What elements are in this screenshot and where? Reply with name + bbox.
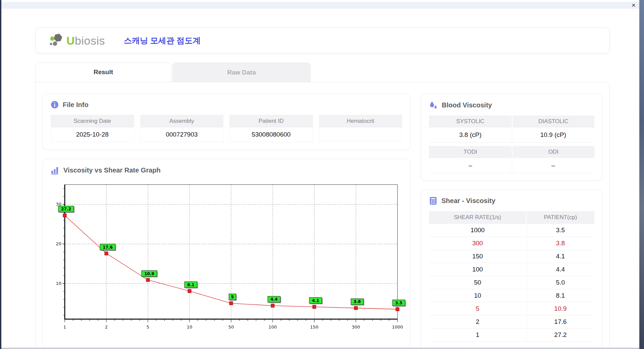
bar-chart-icon xyxy=(51,166,59,174)
window-border-left xyxy=(0,0,1,349)
calculator-icon xyxy=(429,197,437,205)
shear-table-row: 127.2 xyxy=(429,329,594,342)
app-page: Ubiosis 스캐닝 모세관 점도계 Result Raw Data xyxy=(35,28,610,349)
shear-table-row: 217.6 xyxy=(429,315,594,329)
shear-rate-cell: 300 xyxy=(429,237,526,250)
svg-text:10.9: 10.9 xyxy=(144,271,154,276)
svg-text:150: 150 xyxy=(310,325,319,330)
logo-text: Ubiosis xyxy=(66,34,105,47)
shear-table-body: 10003.53003.81504.11004.4505.0108.1510.9… xyxy=(429,224,594,342)
app-title: 스캐닝 모세관 점도계 xyxy=(124,35,201,46)
shear-rate-cell: 2 xyxy=(429,315,526,329)
svg-text:10: 10 xyxy=(187,325,193,330)
svg-text:20: 20 xyxy=(56,241,61,246)
patient-cp-cell: 8.1 xyxy=(526,289,594,302)
ubiosis-logo: Ubiosis xyxy=(49,33,105,49)
blood-viscosity-heading: Blood Viscosity xyxy=(429,101,594,109)
patient-cp-cell: 10.9 xyxy=(526,302,594,315)
col-shear-rate: SHEAR RATE(1/s) xyxy=(429,211,526,224)
field-label: Scanning Date xyxy=(51,115,134,128)
shear-rate-cell: 50 xyxy=(429,276,526,289)
close-icon[interactable]: ✕ xyxy=(631,2,637,8)
logo-text-rest: biosis xyxy=(75,34,105,47)
tab-result[interactable]: Result xyxy=(35,62,171,82)
shear-viscosity-heading: Shear - Viscosity xyxy=(429,197,594,205)
patient-cp-cell: 4.1 xyxy=(526,250,594,263)
field-label: Hematocrit xyxy=(319,115,402,128)
shear-rate-cell: 1000 xyxy=(429,224,526,237)
shear-rate-cell: 10 xyxy=(429,289,526,302)
col-patient: PATIENT(cp) xyxy=(526,211,594,224)
shear-rate-cell: 150 xyxy=(429,250,526,263)
hexagon-logo-icon xyxy=(49,33,64,49)
shear-table-row: 1504.1 xyxy=(429,250,594,263)
patient-cp-cell: 3.8 xyxy=(526,237,594,250)
file-info-field: Hematocrit xyxy=(319,115,402,142)
patient-cp-cell: 5.0 xyxy=(526,276,594,289)
diastolic-label: DIASTOLIC xyxy=(512,115,595,128)
blood-viscosity-row-gap xyxy=(429,143,594,146)
diastolic-value: 10.9 (cP) xyxy=(512,128,595,143)
svg-text:8.1: 8.1 xyxy=(187,283,194,287)
blood-viscosity-title: Blood Viscosity xyxy=(442,101,492,109)
systolic-value: 3.8 (cP) xyxy=(429,128,512,143)
svg-text:10: 10 xyxy=(56,281,61,286)
svg-text:1000: 1000 xyxy=(392,325,403,330)
shear-viscosity-table: SHEAR RATE(1/s) PATIENT(cp) 10003.53003.… xyxy=(429,211,594,342)
shear-table-row: 505.0 xyxy=(429,276,594,289)
window-border-bottom xyxy=(1,348,639,349)
shear-viscosity-panel: Shear - Viscosity SHEAR RATE(1/s) PATIEN… xyxy=(421,190,603,349)
svg-text:1: 1 xyxy=(63,325,66,330)
svg-text:17.6: 17.6 xyxy=(103,245,113,250)
todi-label: TODI xyxy=(429,146,512,158)
field-label: Assembly xyxy=(140,115,224,128)
info-icon xyxy=(51,101,59,109)
field-value: 000727903 xyxy=(140,128,224,142)
left-column: File Info Scanning Date2025-10-28Assembl… xyxy=(42,94,411,349)
svg-text:50: 50 xyxy=(228,325,234,330)
shear-table-row: 1004.4 xyxy=(429,263,594,276)
svg-text:5: 5 xyxy=(147,325,149,330)
svg-text:4.1: 4.1 xyxy=(312,298,319,303)
shear-table-row: 10003.5 xyxy=(429,224,594,237)
patient-cp-cell: 17.6 xyxy=(526,315,594,329)
shear-table-row: 510.9 xyxy=(429,302,594,315)
header-card: Ubiosis 스캐닝 모세관 점도계 xyxy=(35,28,610,54)
viscosity-chart: 1020301251050100150300100027.217.610.98.… xyxy=(51,181,402,341)
svg-text:2: 2 xyxy=(105,325,108,330)
graph-panel: Viscosity vs Shear Rate Graph 1020301251… xyxy=(42,159,411,349)
tab-bar: Result Raw Data xyxy=(35,62,610,82)
svg-text:27.2: 27.2 xyxy=(61,207,71,211)
todi-value: – xyxy=(429,158,512,173)
shear-table-row: 3003.8 xyxy=(429,237,594,250)
file-info-field: Patient ID53008080600 xyxy=(229,115,313,142)
shear-table-row: 108.1 xyxy=(429,289,594,302)
graph-title: Viscosity vs Shear Rate Graph xyxy=(63,166,161,174)
window-titlebar: ✕ xyxy=(1,2,639,9)
shear-rate-cell: 5 xyxy=(429,302,526,315)
tab-raw-data[interactable]: Raw Data xyxy=(172,62,311,82)
file-info-heading: File Info xyxy=(51,101,402,109)
blood-viscosity-grid: SYSTOLIC DIASTOLIC 3.8 (cP) 10.9 (cP) TO… xyxy=(429,115,594,173)
file-info-panel: File Info Scanning Date2025-10-28Assembl… xyxy=(42,94,411,150)
svg-text:100: 100 xyxy=(269,325,277,330)
blood-viscosity-panel: Blood Viscosity SYSTOLIC DIASTOLIC 3.8 (… xyxy=(421,94,603,181)
shear-rate-cell: 100 xyxy=(429,263,526,276)
result-content: File Info Scanning Date2025-10-28Assembl… xyxy=(35,82,610,349)
shear-rate-cell: 1 xyxy=(429,329,526,342)
systolic-label: SYSTOLIC xyxy=(429,115,512,128)
blood-drops-icon xyxy=(429,101,438,109)
svg-text:5: 5 xyxy=(231,295,234,299)
odi-label: ODI xyxy=(512,146,595,158)
patient-cp-cell: 4.4 xyxy=(526,263,594,276)
svg-text:300: 300 xyxy=(352,325,360,330)
graph-heading: Viscosity vs Shear Rate Graph xyxy=(51,166,402,174)
file-info-fields: Scanning Date2025-10-28Assembly000727903… xyxy=(51,115,402,142)
svg-text:3.5: 3.5 xyxy=(395,301,402,305)
field-label: Patient ID xyxy=(229,115,313,128)
file-info-title: File Info xyxy=(63,101,89,109)
file-info-field: Scanning Date2025-10-28 xyxy=(51,115,134,142)
right-column: Blood Viscosity SYSTOLIC DIASTOLIC 3.8 (… xyxy=(421,94,603,349)
patient-cp-cell: 27.2 xyxy=(526,329,594,342)
field-value xyxy=(319,128,402,141)
